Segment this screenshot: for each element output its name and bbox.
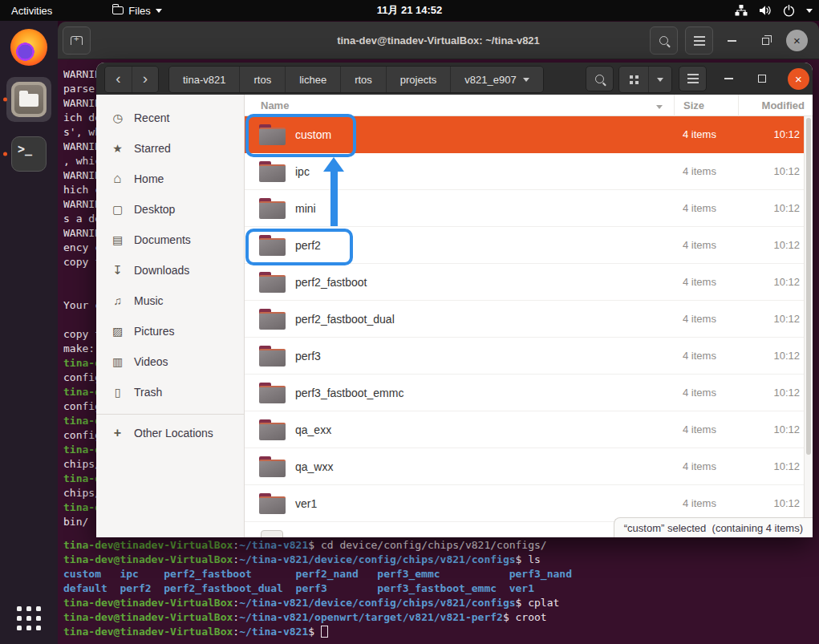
breadcrumb: tina-v821rtoslicheertosprojectsv821_e907 xyxy=(168,66,544,93)
file-modified: 10:12 xyxy=(738,460,813,472)
downloads-icon xyxy=(111,263,124,277)
forward-button[interactable]: › xyxy=(132,67,158,92)
folder-icon xyxy=(259,309,286,330)
new-tab-button[interactable] xyxy=(63,26,91,55)
file-modified: 10:12 xyxy=(738,313,813,325)
files-close-button[interactable]: × xyxy=(788,68,809,90)
file-size: 4 items xyxy=(674,276,738,288)
file-size: 4 items xyxy=(674,387,738,399)
files-headerbar[interactable]: ‹ › tina-v821rtoslicheertosprojectsv821_… xyxy=(96,63,813,95)
dock-item-terminal[interactable]: >_ xyxy=(0,128,58,180)
sidebar-item-documents[interactable]: Documents xyxy=(96,225,244,255)
folder-icon xyxy=(259,198,286,219)
sidebar-item-recent[interactable]: Recent xyxy=(96,103,244,133)
sidebar-item-desktop[interactable]: Desktop xyxy=(96,194,244,225)
top-bar: Activities Files 11月 21 14:52 xyxy=(0,0,819,21)
sidebar-item-label: Trash xyxy=(134,386,162,399)
annotation-box-custom xyxy=(245,114,356,157)
files-search-button[interactable] xyxy=(586,66,614,91)
column-header-name[interactable]: Name xyxy=(245,99,674,111)
sidebar-item-label: Home xyxy=(134,172,164,185)
show-applications-button[interactable] xyxy=(0,597,58,639)
grid-view-button[interactable] xyxy=(619,67,648,92)
file-modified: 10:12 xyxy=(738,350,813,362)
file-row-perf2_fastboot[interactable]: perf2_fastboot4 items10:12 xyxy=(245,264,813,301)
sort-descending-icon[interactable] xyxy=(656,105,663,109)
column-header-modified[interactable]: Modified xyxy=(738,95,813,116)
dock-item-files[interactable] xyxy=(0,74,58,125)
files-minimize-button[interactable] xyxy=(719,69,738,88)
hamburger-menu-icon xyxy=(694,40,705,42)
search-icon xyxy=(595,75,604,83)
sidebar-item-label: Starred xyxy=(134,142,171,155)
terminal-minimize-button[interactable] xyxy=(722,31,741,51)
chevron-down-icon xyxy=(523,78,529,82)
file-modified: 10:12 xyxy=(738,276,813,288)
file-size: 4 items xyxy=(674,165,738,177)
breadcrumb-rtos[interactable]: rtos xyxy=(239,67,285,92)
terminal-titlebar[interactable]: tina-dev@tinadev-VirtualBox: ~/tina-v821… xyxy=(58,22,819,59)
restore-icon xyxy=(762,38,769,45)
files-menu-button[interactable] xyxy=(679,66,707,91)
sidebar-item-label: Music xyxy=(134,294,164,307)
volume-icon xyxy=(759,5,772,16)
file-size: 4 items xyxy=(674,128,738,140)
sidebar-item-pictures[interactable]: Pictures xyxy=(96,316,244,346)
search-icon xyxy=(659,36,668,45)
file-modified: 10:12 xyxy=(738,497,813,509)
terminal-output[interactable]: tina-dev@tinadev-VirtualBox:~/tina-v821$… xyxy=(63,538,572,639)
sidebar-item-other-locations[interactable]: Other Locations xyxy=(96,414,244,451)
scrollbar-thumb[interactable] xyxy=(806,118,811,455)
terminal-search-button[interactable] xyxy=(650,26,678,55)
minimize-icon xyxy=(728,40,736,42)
list-header: Name Size Modified xyxy=(245,95,813,116)
files-maximize-button[interactable] xyxy=(752,69,772,88)
file-row-perf3[interactable]: perf34 items10:12 xyxy=(245,338,813,375)
file-row-qa_exx[interactable]: qa_exx4 items10:12 xyxy=(245,411,813,448)
sidebar-item-starred[interactable]: Starred xyxy=(96,133,244,164)
grid-view-icon xyxy=(630,75,639,84)
breadcrumb-tina-v821[interactable]: tina-v821 xyxy=(169,67,239,92)
file-size: 4 items xyxy=(674,460,738,472)
breadcrumb-v821_e907[interactable]: v821_e907 xyxy=(450,67,542,92)
sidebar-item-downloads[interactable]: Downloads xyxy=(96,255,244,286)
column-header-size[interactable]: Size xyxy=(674,95,738,116)
terminal-close-button[interactable]: × xyxy=(786,30,808,51)
firefox-icon xyxy=(10,29,47,66)
breadcrumb-projects[interactable]: projects xyxy=(386,67,451,92)
desktop: Activities Files 11月 21 14:52 xyxy=(0,0,819,644)
folder-icon xyxy=(259,272,286,293)
terminal-restore-button[interactable] xyxy=(756,31,775,51)
view-options-button[interactable] xyxy=(648,67,671,92)
file-row-perf3_fastboot_emmc[interactable]: perf3_fastboot_emmc4 items10:12 xyxy=(245,375,813,411)
clock[interactable]: 11月 21 14:52 xyxy=(0,3,819,18)
file-row-perf2_fastboot_dual[interactable]: perf2_fastboot_dual4 items10:12 xyxy=(245,301,813,338)
file-name: perf3_fastboot_emmc xyxy=(295,387,674,399)
file-row-qa_wxx[interactable]: qa_wxx4 items10:12 xyxy=(245,448,813,485)
breadcrumb-rtos[interactable]: rtos xyxy=(340,67,386,92)
file-size: 4 items xyxy=(674,202,738,214)
file-name: perf3 xyxy=(295,350,674,363)
terminal-icon: >_ xyxy=(11,136,47,172)
annotation-box-perf2 xyxy=(245,229,353,265)
folder-icon xyxy=(259,493,286,514)
sidebar-item-label: Downloads xyxy=(134,264,189,277)
file-modified: 10:12 xyxy=(738,128,813,140)
back-button[interactable]: ‹ xyxy=(105,67,132,92)
chevron-down-icon xyxy=(806,9,813,13)
sidebar-item-home[interactable]: Home xyxy=(96,164,244,194)
folder-icon xyxy=(259,346,286,367)
files-window: ‹ › tina-v821rtoslicheertosprojectsv821_… xyxy=(96,63,813,537)
scrollbar[interactable] xyxy=(804,116,813,537)
file-name: qa_wxx xyxy=(295,460,674,473)
terminal-menu-button[interactable] xyxy=(685,26,713,55)
sidebar-item-videos[interactable]: Videos xyxy=(96,346,244,377)
system-tray[interactable] xyxy=(735,5,813,17)
dock-item-firefox[interactable] xyxy=(0,21,58,74)
sidebar-item-trash[interactable]: Trash xyxy=(96,377,244,407)
sidebar-item-music[interactable]: Music xyxy=(96,286,244,316)
folder-icon xyxy=(259,161,286,182)
file-name: mini xyxy=(295,202,674,215)
sidebar-item-label: Other Locations xyxy=(134,427,213,439)
breadcrumb-lichee[interactable]: lichee xyxy=(285,67,340,92)
